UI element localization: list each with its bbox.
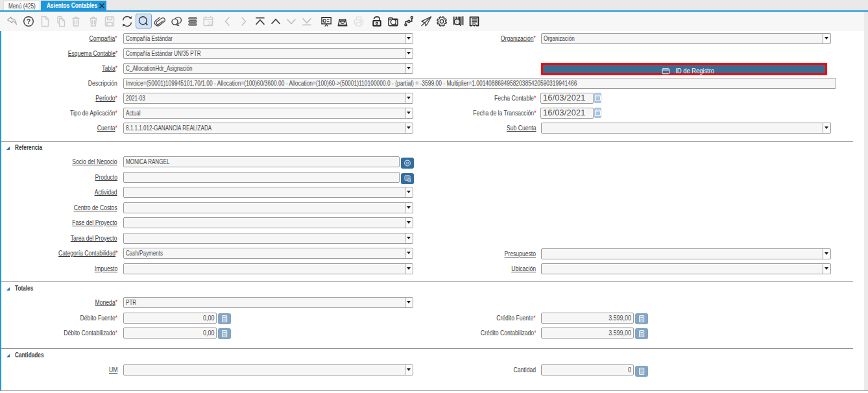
svg-text:31: 31	[208, 21, 213, 25]
svg-text:?: ?	[27, 18, 30, 25]
